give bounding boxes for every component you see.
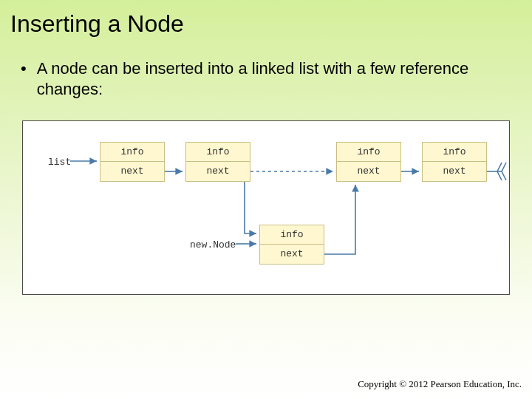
node-info-cell: info (100, 143, 164, 162)
slide-title: Inserting a Node (0, 0, 532, 38)
node-next-cell: next (260, 245, 324, 264)
bullet-text: A node can be inserted into a linked lis… (37, 58, 495, 100)
node-next-cell: next (100, 162, 164, 181)
list-node-2: info next (185, 142, 250, 182)
list-head-label: list (48, 157, 71, 168)
node-info-cell: info (260, 225, 324, 245)
bullet-marker: • (21, 58, 27, 79)
node-next-cell: next (186, 162, 250, 181)
node-next-cell: next (337, 162, 400, 181)
node-info-cell: info (423, 143, 486, 162)
copyright-notice: Copyright © 2012 Pearson Education, Inc. (358, 378, 522, 390)
node-info-cell: info (337, 143, 400, 162)
node-next-cell: next (423, 162, 486, 181)
node-info-cell: info (186, 143, 250, 162)
linked-list-diagram: list new.Node info next info next info n… (22, 120, 510, 295)
list-node-3: info next (336, 142, 401, 182)
bullet-item: • A node can be inserted into a linked l… (0, 38, 532, 100)
list-node-1: info next (100, 142, 165, 182)
list-node-4: info next (422, 142, 487, 182)
new-node-label: new.Node (190, 239, 236, 250)
new-node: info next (259, 225, 324, 265)
